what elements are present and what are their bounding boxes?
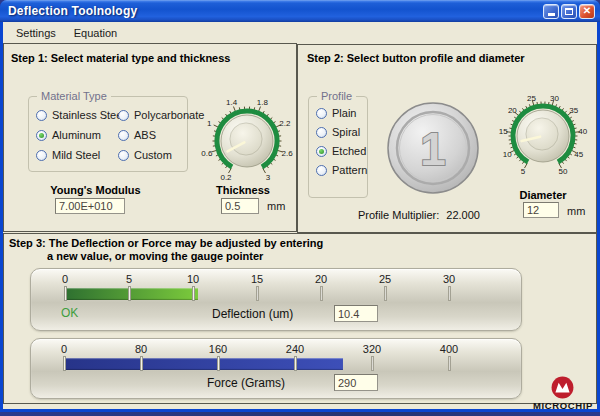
diameter-unit: mm (567, 205, 585, 217)
radio-label: Spiral (332, 126, 360, 138)
knob-scale-label: 3 (266, 173, 271, 182)
radio-label: Polycarbonate (134, 109, 204, 121)
diameter-label: Diameter (508, 189, 578, 201)
step3-title-line2: a new value, or moving the gauge pointer (47, 250, 263, 262)
thickness-input[interactable] (221, 198, 259, 214)
material-type-options: Stainless SteelPolycarbonateAluminumABSM… (36, 109, 198, 161)
knob-tick (263, 168, 266, 173)
youngs-modulus-input[interactable] (55, 198, 125, 214)
minimize-icon (548, 13, 555, 16)
gauge-tick-mark (320, 286, 323, 301)
maximize-icon (565, 8, 573, 15)
knob-scale-label: 40 (578, 127, 587, 136)
gauge-tick-mark (256, 286, 259, 301)
menu-bar: Settings Equation (3, 22, 597, 43)
gauge-tick-label: 25 (370, 273, 400, 285)
diameter-knob[interactable]: 5101520253035404550 (491, 84, 597, 190)
button-preview: 1 (385, 100, 481, 196)
gauge-tick-mark (128, 286, 131, 301)
radio-material-custom[interactable]: Custom (118, 149, 198, 161)
gauge-tick-label: 400 (434, 343, 464, 355)
radio-profile-etched[interactable]: Etched (316, 145, 366, 157)
knob-scale-label: 10 (503, 150, 512, 159)
radio-material-aluminum[interactable]: Aluminum (36, 129, 118, 141)
radio-icon (316, 127, 327, 138)
profile-label: Profile (317, 90, 356, 102)
title-bar[interactable]: Deflection Toolnology ✕ (0, 0, 600, 22)
radio-material-mild-steel[interactable]: Mild Steel (36, 149, 118, 161)
radio-profile-plain[interactable]: Plain (316, 107, 366, 119)
profile-multiplier: Profile Multiplier:22.000 (358, 209, 480, 221)
radio-material-polycarbonate[interactable]: Polycarbonate (118, 109, 198, 121)
force-gauge: Force (Grams) 080160240320400 (30, 338, 522, 399)
gauge-fill-bar[interactable] (64, 358, 343, 370)
window-controls: ✕ (543, 4, 595, 19)
knob-scale-label: 15 (499, 127, 508, 136)
knob-scale-label: 45 (574, 150, 583, 159)
window-title: Deflection Toolnology (8, 4, 543, 18)
deflection-gauge: OK Deflection (um) 051015202530 (30, 268, 522, 331)
knob-tick (229, 168, 232, 173)
step2-title: Step 2: Select button profile and diamet… (307, 52, 525, 64)
knob-face (526, 118, 558, 150)
step1-title: Step 1: Select material type and thickne… (11, 52, 230, 64)
gauge-tick-mark (448, 286, 451, 301)
radio-material-stainless-steel[interactable]: Stainless Steel (36, 109, 118, 121)
gauge-fill-bar[interactable] (65, 288, 198, 300)
radio-profile-spiral[interactable]: Spiral (316, 126, 366, 138)
radio-icon (316, 165, 327, 176)
gauge-tick-mark (371, 356, 374, 371)
knob-scale-label: 1.8 (257, 98, 269, 107)
knob-scale-label: 2.6 (282, 149, 294, 158)
gauge-tick-label: 30 (434, 273, 464, 285)
knob-scale-label: 25 (527, 94, 536, 103)
profile-options: PlainSpiralEtchedPattern (316, 107, 366, 176)
knob-scale-label: 30 (550, 94, 559, 103)
gauge-tick-mark (384, 286, 387, 301)
diameter-input[interactable] (523, 202, 559, 218)
thickness-label: Thickness (193, 184, 293, 196)
app-window: Deflection Toolnology ✕ Settings Equatio… (0, 0, 600, 412)
gauge-tick-mark (294, 356, 297, 371)
radio-label: Stainless Steel (52, 109, 125, 121)
deflection-gauge-label: Deflection (um) (212, 307, 293, 321)
gauge-tick-label: 20 (306, 273, 336, 285)
radio-label: Custom (134, 149, 172, 161)
radio-icon (36, 130, 47, 141)
client-area: Step 1: Select material type and thickne… (3, 43, 597, 409)
deflection-input[interactable] (334, 305, 378, 322)
knob-scale-label: 1.4 (226, 98, 238, 107)
force-gauge-label: Force (Grams) (207, 376, 285, 390)
gauge-tick-label: 0 (49, 343, 79, 355)
gauge-tick-mark (63, 356, 66, 371)
radio-material-abs[interactable]: ABS (118, 129, 198, 141)
gauge-tick-label: 0 (50, 273, 80, 285)
force-input[interactable] (334, 374, 378, 391)
close-button[interactable]: ✕ (579, 4, 595, 19)
gauge-tick-mark (192, 286, 195, 301)
radio-icon (316, 108, 327, 119)
profile-multiplier-label: Profile Multiplier: (358, 209, 439, 221)
close-icon: ✕ (583, 6, 591, 16)
radio-label: Pattern (332, 164, 367, 176)
knob-scale-label: 1 (207, 119, 212, 128)
material-type-label: Material Type (37, 90, 111, 102)
radio-profile-pattern[interactable]: Pattern (316, 164, 366, 176)
knob-face (230, 123, 262, 155)
maximize-button[interactable] (561, 4, 577, 19)
radio-label: Etched (332, 145, 366, 157)
knob-scale-label: 0.2 (220, 173, 232, 182)
knob-scale-label: 5 (521, 167, 526, 176)
gauge-tick-mark (217, 356, 220, 371)
thickness-knob[interactable]: 0.20.611.41.82.22.63 (195, 89, 297, 191)
microchip-logo-icon (550, 375, 575, 400)
gauge-tick-label: 160 (203, 343, 233, 355)
knob-scale-label: 2.2 (279, 119, 291, 128)
youngs-modulus-label: Young's Modulus (28, 184, 163, 196)
menu-equation[interactable]: Equation (65, 25, 126, 41)
coin-number: 1 (420, 123, 446, 175)
gauge-tick-mark (140, 356, 143, 371)
gauge-tick-label: 10 (178, 273, 208, 285)
menu-settings[interactable]: Settings (7, 25, 65, 41)
minimize-button[interactable] (543, 4, 559, 19)
